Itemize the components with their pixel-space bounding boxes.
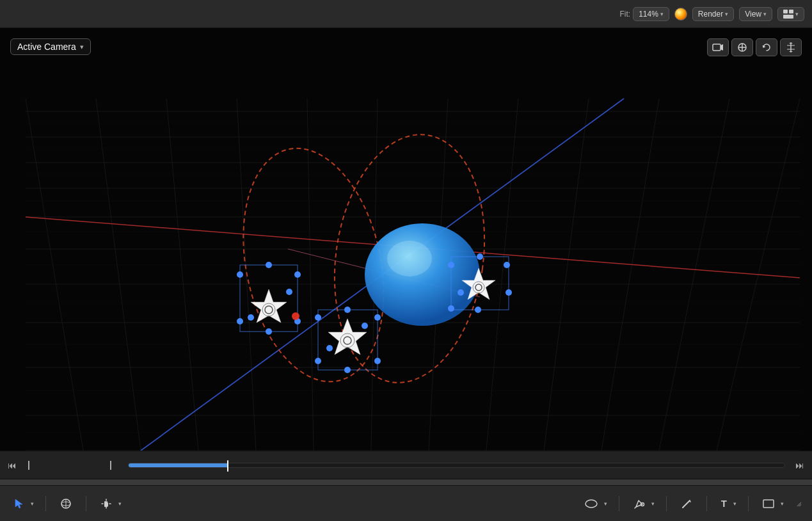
- pan-tool-dropdown[interactable]: ▾: [117, 498, 123, 509]
- shape-tool-button[interactable]: [581, 497, 601, 511]
- pan-tool-button[interactable]: [97, 495, 116, 512]
- select-tool-group: ▾: [10, 496, 35, 511]
- separator-5: [706, 496, 707, 511]
- chevron-down-icon: ▾: [725, 11, 728, 17]
- render-dropdown[interactable]: Render ▾: [692, 7, 734, 21]
- svg-rect-2: [783, 15, 793, 19]
- camera-view-button[interactable]: [707, 38, 729, 56]
- pen-tool-group: ▾: [630, 495, 656, 512]
- select-chevron-icon: ▾: [31, 501, 34, 507]
- anchor-point-left: [292, 312, 299, 320]
- reset-button[interactable]: [756, 38, 777, 56]
- viewport-controls: [707, 38, 802, 56]
- fit-group: Fit: 114% ▾: [619, 7, 669, 21]
- viewport[interactable]: Active Camera ▾: [0, 28, 812, 451]
- timeline-end-button[interactable]: ⏭: [793, 459, 807, 472]
- expand-icon[interactable]: [793, 498, 802, 509]
- svg-rect-0: [783, 10, 788, 13]
- pencil-tool-button[interactable]: [677, 495, 696, 512]
- svg-point-75: [326, 345, 333, 351]
- text-chevron-icon: ▾: [733, 501, 736, 507]
- shape-chevron-icon: ▾: [604, 501, 607, 507]
- overlay-button[interactable]: [780, 38, 802, 56]
- svg-point-83: [458, 289, 464, 296]
- svg-marker-87: [15, 499, 22, 508]
- color-sphere[interactable]: [674, 8, 687, 20]
- fit-label: Fit:: [619, 10, 630, 19]
- pen-tool-button[interactable]: [630, 495, 649, 512]
- timeline-start-button[interactable]: ⏮: [5, 459, 19, 472]
- timeline-markers: [28, 461, 115, 470]
- shape-tool-group: ▾: [581, 497, 609, 511]
- svg-line-93: [635, 506, 637, 508]
- fit-dropdown[interactable]: 114% ▾: [633, 7, 669, 21]
- bottom-toolbar: ▾ ▾ ▾: [0, 485, 812, 521]
- rect-chevron-icon: ▾: [781, 501, 784, 507]
- separator-4: [666, 496, 667, 511]
- svg-point-51: [387, 241, 432, 277]
- top-toolbar: Fit: 114% ▾ Render ▾ View ▾ ▾: [0, 0, 812, 28]
- rect-tool-button[interactable]: [759, 497, 778, 511]
- separator-1: [45, 496, 46, 511]
- chevron-down-icon: ▾: [763, 11, 767, 17]
- chevron-down-icon: ▾: [660, 11, 664, 17]
- orbit-tool-button[interactable]: [56, 495, 76, 512]
- svg-point-68: [286, 289, 292, 295]
- svg-rect-97: [763, 500, 774, 508]
- shape-tool-dropdown[interactable]: ▾: [603, 498, 609, 509]
- layout-dropdown[interactable]: ▾: [777, 7, 804, 21]
- scene-svg: [0, 28, 812, 451]
- svg-point-91: [585, 500, 597, 508]
- svg-point-67: [248, 314, 254, 321]
- svg-rect-1: [789, 10, 793, 13]
- pan-chevron-icon: ▾: [118, 501, 122, 507]
- separator-6: [748, 496, 749, 511]
- camera-chevron-icon: ▾: [80, 43, 84, 51]
- select-tool-button[interactable]: [10, 496, 28, 511]
- view-dropdown[interactable]: View ▾: [739, 7, 772, 21]
- text-tool-icon: T: [721, 498, 727, 509]
- pen-tool-dropdown[interactable]: ▾: [650, 498, 656, 509]
- camera-dropdown[interactable]: Active Camera ▾: [10, 38, 91, 55]
- chevron-down-icon: ▾: [795, 11, 799, 17]
- text-tool-group: T ▾: [717, 495, 738, 511]
- scrollbar-thumb[interactable]: [0, 479, 812, 485]
- svg-point-50: [365, 223, 480, 326]
- svg-line-96: [683, 508, 683, 508]
- separator-2: [86, 496, 86, 511]
- separator-3: [619, 496, 619, 511]
- timeline-track[interactable]: [128, 463, 785, 468]
- transform-button[interactable]: [731, 38, 753, 56]
- timeline-marker-mid: [110, 461, 115, 470]
- svg-rect-3: [713, 44, 720, 51]
- camera-label-text: Active Camera: [17, 42, 76, 52]
- text-tool-dropdown[interactable]: ▾: [732, 498, 738, 509]
- timeline-fill: [129, 463, 227, 467]
- text-tool-button[interactable]: T: [717, 495, 731, 511]
- timeline-bar: ⏮ ⏭: [0, 451, 812, 479]
- rect-tool-group: ▾: [759, 497, 785, 511]
- timeline-marker-start: [28, 461, 33, 470]
- select-tool-dropdown[interactable]: ▾: [29, 498, 35, 509]
- rect-tool-dropdown[interactable]: ▾: [779, 498, 785, 509]
- pen-chevron-icon: ▾: [651, 501, 655, 507]
- scrollbar-area[interactable]: [0, 479, 812, 485]
- svg-point-76: [362, 323, 368, 329]
- svg-line-94: [683, 501, 690, 508]
- timeline-playhead[interactable]: [227, 460, 228, 472]
- pan-tool-group: ▾: [97, 495, 123, 512]
